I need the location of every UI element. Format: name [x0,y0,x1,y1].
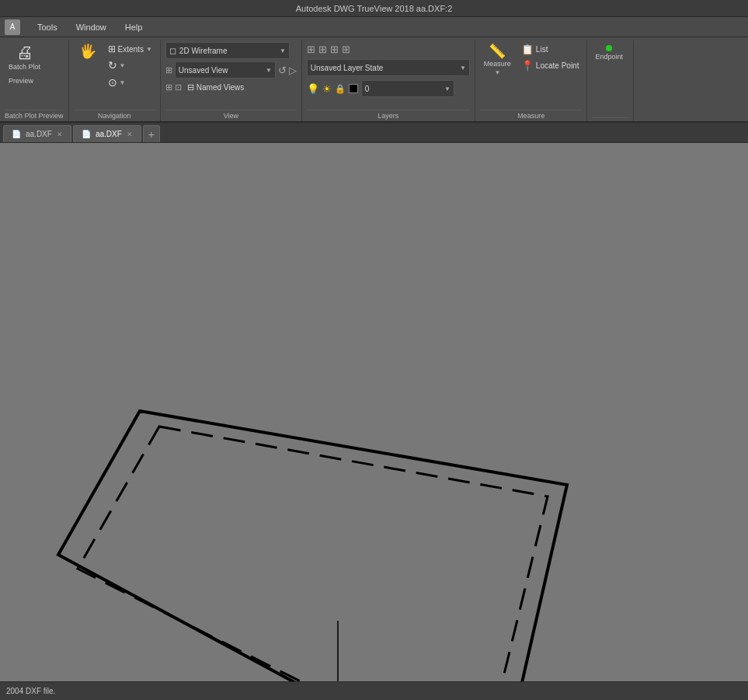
named-views-icon: ⊞ [165,82,172,92]
orbit-button[interactable]: ↻ ▼ [105,57,155,73]
preview-label: Preview [9,77,33,85]
visual-style-arrow-icon: ▼ [280,47,286,54]
layer-state-dropdown[interactable]: Unsaved Layer State ▼ [307,59,470,76]
lock-icon: 🔒 [335,84,346,94]
drawing-svg [0,143,748,681]
extents-icon: ⊞ [108,44,116,54]
measure-label: Measure [484,60,511,68]
batch-plot-button[interactable]: 🖨 Batch Plot [5,42,44,73]
nav-stack: ⊞ Extents ▼ ↻ ▼ ⊙ ▼ [105,42,155,90]
tab-0-label: aa.DXF [26,130,52,138]
tab-bar: 📄 aa.DXF ✕ 📄 aa.DXF ✕ + [0,123,748,143]
named-views-label: Named Views [197,83,245,92]
canvas-area[interactable] [0,143,748,681]
view-group-label: View [165,110,297,121]
view-extra2-icon: ▷ [289,64,297,76]
bulb-icon: 💡 [307,83,319,95]
list-icon: 📋 [521,44,534,55]
title-text: Autodesk DWG TrueView 2018 aa.DXF:2 [296,4,453,13]
endpoint-label: Endpoint [595,53,623,61]
batch-plot-label: Batch Plot [9,63,40,71]
measure-extra-stack: 📋 List 📍 Locate Point [518,42,583,73]
navigation-group: 🖐 ⊞ Extents ▼ ↻ ▼ ⊙ ▼ Navigation [69,40,161,121]
layer-icon3: ⊞ [330,44,339,55]
locate-point-label: Locate Point [536,61,579,70]
add-tab-button[interactable]: + [143,125,160,142]
menu-bar: A Tools Window Help [0,17,748,37]
layer-value-row: 💡 ☀ 🔒 0 ▼ [307,78,454,99]
look-arrow-icon: ▼ [120,79,126,86]
measure-arrow-icon: ▼ [494,69,500,76]
svg-rect-0 [0,143,748,681]
app-icon[interactable]: A [5,19,20,35]
endpoint-indicator: Endpoint [592,42,626,64]
batch-plot-group-label: Batch Plot Preview [5,110,64,121]
orbit-icon: ↻ [108,59,117,71]
measure-button[interactable]: 📏 Measure ▼ [480,42,515,78]
view-icon: ⊞ [165,65,172,75]
tab-0[interactable]: 📄 aa.DXF ✕ [3,125,71,142]
title-bar: Autodesk DWG TrueView 2018 aa.DXF:2 [0,0,748,17]
pan-button[interactable]: 🖐 [74,42,102,61]
preview-button[interactable]: Preview [5,75,37,87]
menu-window[interactable]: Window [71,21,111,33]
layer-value-text: 0 [365,85,441,93]
layers-group-label: Layers [307,110,470,121]
visual-style-icon: ◻ [169,46,176,56]
layer-icons-row: ⊞ ⊞ ⊞ ⊞ [307,42,350,57]
measure-group: 📏 Measure ▼ 📋 List 📍 Locate Point Measur… [475,40,588,121]
list-button[interactable]: 📋 List [518,42,583,57]
look-icon: ⊙ [108,76,117,89]
color-swatch [349,84,358,93]
layer-value-arrow-icon: ▼ [444,85,451,92]
extents-button[interactable]: ⊞ Extents ▼ [105,42,155,56]
visual-style-dropdown[interactable]: ◻ 2D Wireframe ▼ [165,42,290,59]
status-text: 2004 DXF file. [6,687,55,695]
extents-label: Extents [118,45,144,54]
endpoint-dot [606,45,612,51]
visual-style-value: 2D Wireframe [179,47,277,55]
layer-value-dropdown[interactable]: 0 ▼ [361,80,454,97]
view-arrow-icon: ▼ [266,67,272,74]
menu-help[interactable]: Help [120,21,148,33]
view-extra-icon: ↺ [278,64,287,76]
look-button[interactable]: ⊙ ▼ [105,75,155,90]
measure-group-label: Measure [480,110,583,121]
locate-point-button[interactable]: 📍 Locate Point [518,58,583,73]
tab-0-icon: 📄 [12,130,21,138]
view-dropdown[interactable]: Unsaved View ▼ [175,61,276,78]
extents-arrow-icon: ▼ [146,46,152,53]
view-value: Unsaved View [179,66,263,75]
orbit-arrow-icon: ▼ [120,62,126,69]
tab-1-label: aa.DXF [96,130,122,138]
named-views-btn-icon: ⊟ [187,82,194,92]
endpoint-group-label [592,117,628,121]
locate-point-icon: 📍 [521,60,534,71]
tab-1[interactable]: 📄 aa.DXF ✕ [73,125,141,142]
sun-icon: ☀ [322,83,332,95]
pan-icon: 🖐 [79,44,96,58]
named-views-icon2: ⊡ [175,82,182,92]
layer-icon1: ⊞ [307,44,315,55]
measure-icon: 📏 [489,44,506,58]
view-group: ◻ 2D Wireframe ▼ ⊞ Unsaved View ▼ ↺ ▷ ⊞ … [161,40,302,121]
tab-0-close[interactable]: ✕ [57,131,63,138]
named-views-button[interactable]: ⊟ Named Views [184,81,248,94]
tab-1-close[interactable]: ✕ [127,131,133,138]
status-bar: 2004 DXF file. [0,681,748,700]
list-label: List [536,45,548,54]
batch-plot-icon: 🖨 [16,44,33,61]
batch-plot-group: 🖨 Batch Plot Preview Batch Plot Preview [0,40,69,121]
tab-1-icon: 📄 [82,130,91,138]
layer-icon4: ⊞ [342,44,350,55]
layers-group: ⊞ ⊞ ⊞ ⊞ Unsaved Layer State ▼ 💡 ☀ 🔒 0 ▼ [302,40,475,121]
layer-state-arrow-icon: ▼ [460,64,466,71]
layer-icon2: ⊞ [318,44,327,55]
layer-state-value: Unsaved Layer State [311,64,457,72]
menu-tools[interactable]: Tools [33,21,62,33]
navigation-group-label: Navigation [74,110,155,121]
ribbon: 🖨 Batch Plot Preview Batch Plot Preview … [0,37,748,123]
endpoint-group: Endpoint [587,40,634,121]
